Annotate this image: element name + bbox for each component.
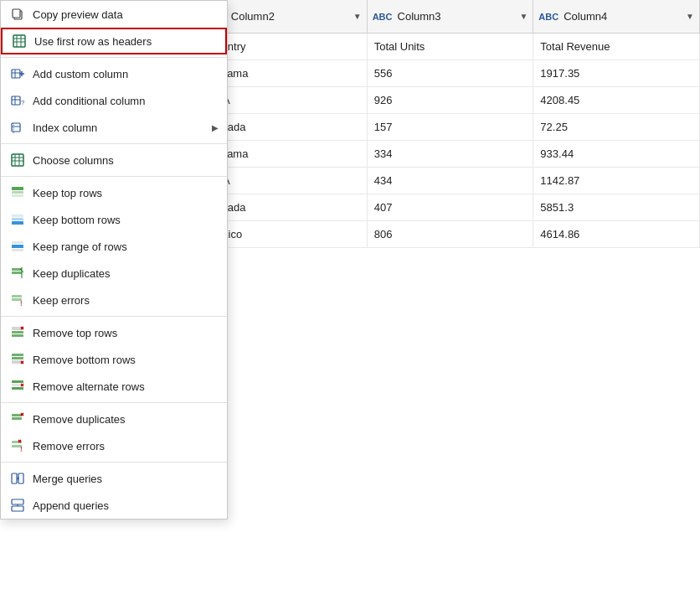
separator-18 — [1, 402, 227, 403]
menu-icon-remove-errors: ! — [9, 437, 26, 454]
cell-4-3: 434 — [368, 168, 534, 194]
menu-label-keep-duplicates: Keep duplicates — [33, 267, 219, 280]
svg-rect-6 — [13, 9, 20, 18]
menu-item-keep-duplicates[interactable]: Keep duplicates — [1, 260, 227, 287]
svg-rect-38 — [12, 245, 23, 248]
menu-item-merge-queries[interactable]: Merge queries — [1, 465, 227, 492]
menu-item-keep-bottom[interactable]: Keep bottom rows — [1, 206, 227, 233]
menu-label-use-first-row: Use first row as headers — [34, 35, 217, 48]
svg-rect-39 — [12, 249, 23, 251]
col3-type-icon: ABC — [373, 12, 393, 22]
menu-label-remove-bottom: Remove bottom rows — [33, 354, 219, 366]
menu-icon-add-conditional-col: ? — [9, 92, 26, 109]
svg-rect-17 — [12, 96, 20, 105]
svg-rect-33 — [12, 194, 23, 197]
menu-item-remove-alternate[interactable]: Remove alternate rows — [1, 373, 227, 400]
svg-rect-48 — [12, 331, 23, 333]
menu-icon-append-queries — [9, 497, 26, 514]
cell-0-3: 556 — [368, 60, 534, 86]
menu-icon-merge-queries — [9, 470, 26, 487]
separator-8 — [1, 176, 227, 177]
col2-dropdown[interactable]: ▼ — [353, 12, 362, 21]
svg-text:?: ? — [21, 99, 24, 106]
separator-2 — [1, 57, 227, 58]
menu-item-remove-top[interactable]: Remove top rows — [1, 319, 227, 346]
menu-item-append-queries[interactable]: Append queries — [1, 492, 227, 519]
svg-rect-34 — [12, 215, 23, 217]
menu-icon-keep-duplicates — [9, 265, 26, 282]
cell-2-3: 157 — [368, 114, 534, 140]
svg-rect-7 — [13, 35, 25, 47]
menu-label-choose-columns: Choose columns — [33, 154, 219, 167]
menu-label-keep-bottom: Keep bottom rows — [33, 214, 219, 226]
submenu-arrow-index-column: ▶ — [212, 123, 219, 132]
svg-rect-36 — [12, 221, 23, 225]
svg-rect-75 — [12, 499, 23, 504]
menu-item-add-conditional-col[interactable]: ? Add conditional column — [1, 87, 227, 114]
svg-rect-57 — [12, 380, 23, 383]
menu-item-keep-top[interactable]: Keep top rows — [1, 179, 227, 206]
col4-type-icon: ABC — [538, 12, 558, 22]
menu-label-remove-errors: Remove errors — [33, 440, 219, 452]
svg-rect-26 — [12, 154, 23, 166]
menu-item-add-custom-col[interactable]: Add custom column — [1, 60, 227, 87]
svg-rect-53 — [12, 357, 23, 359]
col4-dropdown[interactable]: ▼ — [686, 12, 694, 21]
svg-rect-63 — [12, 417, 22, 420]
separator-21 — [1, 462, 227, 463]
menu-label-add-custom-col: Add custom column — [33, 68, 219, 80]
menu-item-use-first-row[interactable]: Use first row as headers — [1, 28, 227, 54]
menu-item-remove-bottom[interactable]: Remove bottom rows — [1, 346, 227, 373]
menu-icon-keep-bottom — [9, 211, 26, 228]
cell-1-4: 4208.45 — [533, 87, 700, 113]
menu-item-keep-errors[interactable]: ! Keep errors — [1, 287, 227, 313]
cell-4-4: 1142.87 — [533, 168, 700, 194]
menu-label-append-queries: Append queries — [33, 499, 219, 512]
svg-rect-41 — [12, 271, 22, 274]
cell-h-4: Total Revenue — [533, 34, 700, 59]
svg-rect-59 — [12, 387, 23, 390]
svg-rect-35 — [12, 218, 23, 220]
svg-text:!: ! — [20, 445, 23, 452]
svg-rect-52 — [12, 354, 23, 356]
menu-item-remove-duplicates[interactable]: Remove duplicates — [1, 406, 227, 432]
svg-rect-49 — [12, 334, 23, 337]
menu-label-index-column: Index column — [33, 121, 205, 134]
menu-icon-keep-errors: ! — [9, 292, 26, 308]
menu-item-remove-errors[interactable]: ! Remove errors — [1, 432, 227, 459]
menu-icon-copy-preview — [9, 6, 26, 23]
svg-rect-31 — [12, 187, 23, 190]
menu-icon-keep-range — [9, 238, 26, 255]
menu-icon-remove-top — [9, 324, 26, 341]
col-header-4[interactable]: ABC Column4 ▼ — [533, 0, 700, 33]
menu-label-merge-queries: Merge queries — [33, 473, 219, 485]
menu-item-copy-preview[interactable]: Copy preview data — [1, 1, 227, 28]
svg-rect-12 — [12, 70, 20, 78]
cell-5-3: 407 — [368, 194, 534, 220]
svg-rect-32 — [12, 191, 23, 194]
menu-label-copy-preview: Copy preview data — [33, 8, 219, 21]
menu-label-remove-top: Remove top rows — [33, 327, 219, 339]
menu-item-index-column[interactable]: 123 Index column ▶ — [1, 114, 227, 141]
menu-icon-remove-alternate — [9, 378, 26, 395]
svg-rect-37 — [12, 241, 23, 244]
dropdown-menu: Copy preview data Use first row as heade… — [0, 0, 228, 520]
col3-dropdown[interactable]: ▼ — [519, 12, 528, 21]
cell-h-3: Total Units — [368, 34, 534, 59]
svg-rect-76 — [12, 506, 23, 511]
menu-icon-remove-duplicates — [9, 411, 26, 427]
cell-3-3: 334 — [368, 141, 534, 167]
menu-item-keep-range[interactable]: Keep range of rows — [1, 233, 227, 260]
separator-14 — [1, 316, 227, 317]
menu-item-choose-columns[interactable]: Choose columns — [1, 147, 227, 173]
menu-label-add-conditional-col: Add conditional column — [33, 95, 219, 107]
svg-rect-44 — [12, 295, 22, 297]
cell-3-4: 933.44 — [533, 141, 700, 167]
cell-0-4: 1917.35 — [533, 60, 700, 86]
menu-icon-remove-bottom — [9, 351, 26, 368]
menu-label-remove-duplicates: Remove duplicates — [33, 413, 219, 426]
col-header-3[interactable]: ABC Column3 ▼ — [368, 0, 534, 33]
separator-6 — [1, 143, 227, 144]
menu-icon-keep-top — [9, 184, 26, 201]
cell-5-4: 5851.3 — [533, 194, 700, 220]
